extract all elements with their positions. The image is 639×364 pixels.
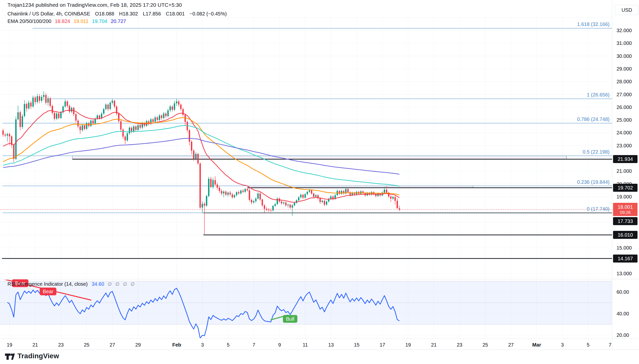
support-resistance-zones [72, 156, 566, 188]
fib-level-label: 1 (26.656) [587, 92, 609, 98]
price-axis-label: 19.000 [616, 194, 632, 200]
time-axis-label: 21 [33, 342, 38, 348]
rsi-indicator-legend: RSI Divergence Indicator (14, close)34.6… [8, 281, 135, 287]
rsi-axis-label: 40.00 [616, 311, 629, 316]
time-axis-label: 21 [431, 342, 437, 348]
horizontal-level-lines [2, 159, 612, 258]
chart-canvas[interactable] [0, 0, 639, 364]
time-axis-label: 9 [278, 342, 281, 348]
time-axis-label: 27 [508, 342, 514, 348]
time-axis-label: 13 [328, 342, 334, 348]
rsi-indicator-empty-slots: ∅∅∅∅ [104, 281, 135, 287]
tradingview-snapshot: Trojan1234 published on TradingView.com,… [0, 0, 639, 364]
rsi-indicator-title: RSI Divergence Indicator (14, close) [8, 281, 88, 287]
countdown-timer: 09:26 [615, 210, 635, 215]
time-axis-label: 5 [227, 342, 229, 348]
candlestick-series [3, 91, 400, 235]
rsi-indicator-value: 34.60 [92, 281, 104, 287]
price-axis-label: 15.000 [616, 245, 632, 251]
panel-divider[interactable] [0, 279, 639, 279]
time-axis-label: 27 [110, 342, 115, 348]
time-axis-label: Mar [532, 342, 541, 348]
price-axis-label: 25.000 [616, 117, 632, 123]
ema-legend: EMA 20/50/100/20018.82419.01119.70420.72… [8, 18, 126, 24]
ema-legend-label: EMA 20/50/100/200 [8, 18, 51, 24]
fib-level-label: 0.5 (22.198) [583, 149, 609, 155]
ohlc-low: L17.856 [143, 11, 161, 16]
price-axis-label: 13.000 [616, 270, 632, 276]
bear-signal-badge: Bear [40, 288, 56, 295]
time-axis-label: 15 [354, 342, 359, 348]
footer-divider [0, 350, 639, 350]
price-axis-label: 27.000 [616, 92, 632, 97]
time-axis-label: 25 [84, 342, 89, 348]
level-price-badge: 21.934 [613, 155, 637, 163]
time-axis-label: 7 [252, 342, 255, 348]
symbol-legend: Chainlink / US Dollar, 4h, COINBASE O18.… [8, 11, 230, 17]
ema-value: 19.011 [74, 18, 89, 24]
price-axis-currency: USD [615, 5, 638, 15]
price-axis-divider [612, 0, 612, 350]
time-axis-label: 23 [457, 342, 462, 348]
ohlc-high: H18.302 [119, 11, 138, 16]
time-axis-label: 3 [201, 342, 204, 348]
price-axis-label: 29.000 [616, 66, 632, 72]
price-axis-label: 21.000 [616, 168, 632, 174]
empty-set-icon: ∅ [131, 282, 135, 287]
empty-set-icon: ∅ [123, 282, 127, 287]
time-axis-label: 19 [405, 342, 411, 348]
bull-signal-badge: Bull [283, 315, 297, 323]
time-axis-label: 17 [380, 342, 385, 348]
rsi-panel [0, 279, 612, 338]
fib-level-label: 0.786 (24.748) [577, 116, 609, 122]
fib-level-label: 0 (17.740) [587, 206, 609, 212]
time-axis-label: 5 [587, 342, 589, 348]
ohlc-change: −0.082 (−0.45%) [189, 11, 227, 16]
empty-set-icon: ∅ [115, 282, 120, 287]
time-axis-label: 3 [561, 342, 564, 348]
tradingview-logo-icon [5, 352, 15, 360]
price-axis-label: 26.000 [616, 104, 632, 110]
published-attribution: Trojan1234 published on TradingView.com,… [8, 2, 182, 8]
price-axis-label: 23.000 [616, 142, 632, 148]
tradingview-attribution[interactable]: TradingView [5, 351, 59, 361]
time-axis-label: Feb [172, 342, 181, 348]
rsi-axis-label: 60.00 [616, 289, 629, 295]
time-axis-label: 19 [7, 342, 12, 348]
ema-legend-values: 18.82419.01119.70420.727 [51, 18, 126, 24]
tradingview-logo-text: TradingView [18, 352, 59, 360]
current-price-badge: 18.00109:26 [613, 203, 637, 216]
ema-value: 20.727 [111, 18, 126, 24]
ohlc-open: O18.088 [95, 11, 114, 16]
time-axis-divider [0, 338, 639, 339]
price-axis-label: 32.000 [616, 28, 632, 34]
time-axis-label: 11 [303, 342, 308, 348]
fib-level-label: 0.236 (19.844) [577, 179, 609, 185]
level-price-badge: 16.010 [613, 231, 637, 239]
rsi-axis-label: 20.00 [616, 332, 629, 338]
price-axis-label: 30.000 [616, 53, 632, 59]
price-axis-label: 28.000 [616, 79, 632, 84]
time-axis-label: 23 [58, 342, 64, 348]
level-price-badge: 14.167 [613, 254, 637, 262]
price-axis-label: 31.000 [616, 40, 632, 46]
level-price-badge: 17.733 [613, 217, 637, 225]
ema-value: 19.704 [92, 18, 107, 24]
empty-set-icon: ∅ [108, 282, 112, 287]
ohlc-close: C18.001 [166, 11, 185, 16]
time-axis-label: 7 [608, 342, 611, 348]
ema-value: 18.824 [55, 18, 70, 24]
price-axis-label: 24.000 [616, 130, 632, 136]
level-price-badge: 19.702 [613, 184, 637, 192]
time-axis-label: 29 [135, 342, 141, 348]
symbol-title: Chainlink / US Dollar, 4h, COINBASE [8, 11, 90, 16]
time-axis-label: 25 [483, 342, 488, 348]
fib-level-label: 1.618 (32.166) [577, 22, 609, 27]
